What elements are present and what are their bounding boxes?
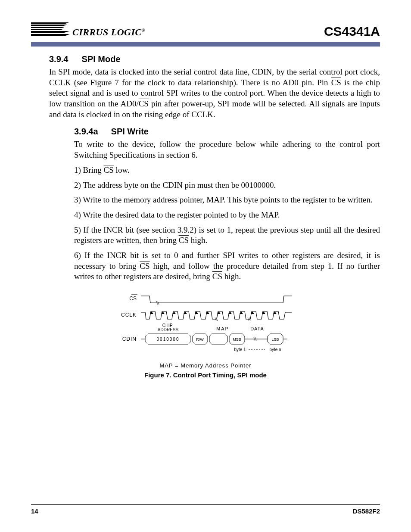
- signal-label-cclk: CCLK: [121, 312, 137, 318]
- step-5: 5) If the INCR bit (see section 3.9.2) i…: [74, 225, 380, 246]
- figure-note: MAP = Memory Address Pointer: [31, 362, 380, 369]
- step-6: 6) If the INCR bit is set to 0 and furth…: [74, 250, 380, 282]
- step-2: 2) The address byte on the CDIN pin must…: [74, 180, 380, 191]
- label-data: DATA: [250, 326, 264, 331]
- part-number: CS4341A: [324, 24, 380, 39]
- label-chip-address-value: 0010000: [157, 337, 180, 342]
- logo-stripes-icon: [31, 22, 70, 39]
- section-number: 3.9.4: [49, 54, 79, 64]
- subsection-heading: 3.9.4a SPI Write: [74, 127, 380, 137]
- timing-diagram-icon: CS CCLK: [115, 290, 296, 359]
- step-3: 3) Write to the memory address pointer, …: [74, 195, 380, 205]
- svg-marker-2: [31, 27, 65, 28]
- svg-marker-1: [31, 25, 67, 26]
- figure-7: CS CCLK: [31, 290, 380, 379]
- svg-marker-4: [31, 31, 70, 33]
- label-byte1: byte 1: [234, 347, 246, 352]
- signal-label-cdin: CDIN: [122, 336, 137, 342]
- svg-marker-3: [31, 29, 64, 30]
- label-lsb: LSB: [271, 337, 279, 342]
- label-byten: byte n: [269, 347, 281, 352]
- subsection-title: SPI Write: [111, 127, 149, 136]
- header-divider: [31, 42, 380, 47]
- page-header: CIRRUS LOGIC® CS4341A: [31, 22, 380, 39]
- signal-label-cs: CS: [129, 296, 137, 302]
- step-4: 4) Write the desired data to the registe…: [74, 210, 380, 221]
- page-footer: 14 DS582F2: [31, 504, 380, 515]
- page-number: 14: [31, 507, 38, 515]
- brand-logo: CIRRUS LOGIC®: [31, 22, 145, 39]
- section-title: SPI Mode: [82, 54, 121, 64]
- label-msb: MSB: [233, 337, 241, 342]
- svg-marker-0: [31, 22, 69, 24]
- document-id: DS582F2: [353, 507, 380, 515]
- svg-marker-5: [31, 34, 70, 36]
- label-rw: R/W: [196, 337, 204, 342]
- label-map: MAP: [216, 326, 229, 331]
- brand-name: CIRRUS LOGIC®: [72, 27, 145, 38]
- page: CIRRUS LOGIC® CS4341A 3.9.4 SPI Mode In …: [0, 0, 411, 532]
- section-heading: 3.9.4 SPI Mode: [49, 54, 380, 64]
- subsection-number: 3.9.4a: [74, 127, 109, 137]
- step-1: 1) Bring CS low.: [74, 165, 380, 176]
- figure-caption: Figure 7. Control Port Timing, SPI mode: [31, 371, 380, 379]
- section-body: In SPI mode, data is clocked into the se…: [49, 67, 380, 120]
- subsection-intro: To write to the device, follow the proce…: [74, 139, 380, 160]
- label-chip-address: CHIP ADDRESS: [158, 323, 179, 332]
